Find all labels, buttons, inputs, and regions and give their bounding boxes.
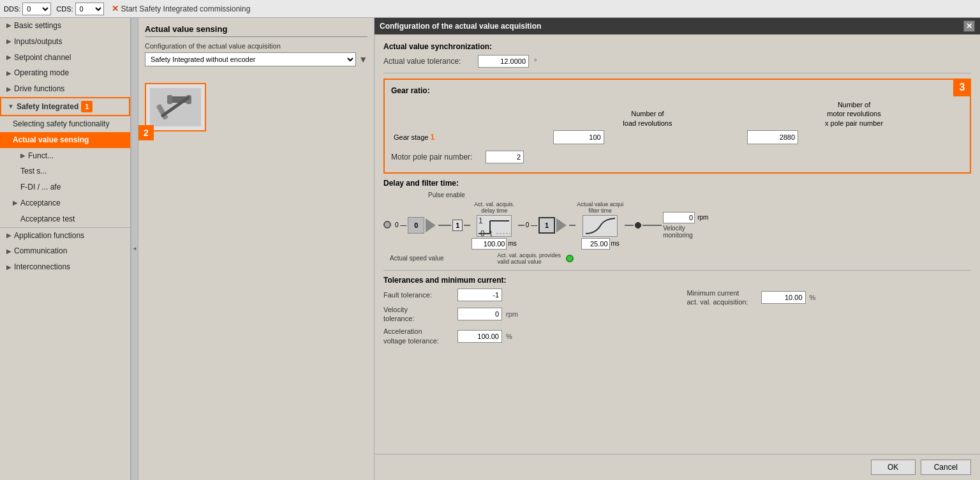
panel-resize-handle[interactable]: ◄: [131, 18, 138, 480]
filter-unit: ms: [611, 240, 620, 247]
speed-value-input[interactable]: [663, 212, 695, 223]
accel-unit: %: [506, 333, 512, 340]
line-h6: [642, 225, 662, 226]
merge-symbol: [426, 217, 437, 234]
sidebar-label: Inputs/outputs: [14, 36, 62, 47]
tol-right-col: Minimum currentact. val. acquisition: %: [687, 289, 972, 345]
selector-box: 1: [538, 217, 555, 234]
mux-box: 0: [408, 217, 424, 234]
sidebar-item-acceptance[interactable]: ▶ Acceptance: [0, 195, 130, 211]
dialog-titlebar: Configuration of the actual value acquis…: [375, 18, 980, 34]
accel-label: Accelerationvoltage tolerance:: [383, 327, 454, 345]
val-0-right: 0 —: [526, 221, 537, 229]
config-dropdown[interactable]: Safety Integrated without encoder: [145, 52, 356, 66]
dialog-close-button[interactable]: ✕: [963, 20, 975, 32]
min-current-unit: %: [810, 294, 816, 301]
sidebar-item-basic-settings[interactable]: ▶ Basic settings: [0, 18, 130, 34]
pole-input[interactable]: [486, 151, 524, 163]
velocity-row: Velocitytolerance: rpm: [383, 305, 668, 324]
arrow-icon: ▶: [13, 199, 18, 207]
sync-section-title: Actual value synchronization:: [383, 42, 971, 51]
center-panel-title: Actual value sensing: [145, 24, 368, 37]
delay-diagram: Pulse enable 0 — 0: [383, 191, 971, 265]
merge-symbol2: [556, 217, 568, 234]
pulse-enable-label: Pulse enable: [428, 191, 465, 199]
signal-chain: 0 — 0 1 Act. val. acquis.del: [383, 201, 971, 250]
toolbar: DDS: 0 CDS: 0 ✕ Start Safety Integrated …: [0, 0, 980, 18]
sidebar-item-fdi[interactable]: F-DI / ... afe: [0, 179, 130, 195]
gear-motor-input[interactable]: [747, 130, 798, 144]
ok-button[interactable]: OK: [871, 460, 916, 475]
velocity-input[interactable]: [457, 308, 502, 320]
sidebar-label: Operating mode: [14, 68, 69, 79]
tolerance-input[interactable]: [478, 55, 529, 68]
sidebar-item-operating-mode[interactable]: ▶ Operating mode: [0, 65, 130, 81]
accel-input[interactable]: [457, 330, 502, 343]
gear-stage-row: Gear stage 1: [391, 129, 963, 146]
sidebar-item-setpoint-channel[interactable]: ▶ Setpoint channel: [0, 50, 130, 66]
dds-label: DDS:: [4, 5, 20, 13]
filter-value-input[interactable]: [581, 238, 610, 250]
tolerance-unit: °: [534, 57, 537, 65]
sidebar-item-funct[interactable]: ▶ Funct...: [0, 148, 130, 164]
min-current-row: Minimum currentact. val. acquisition: %: [687, 289, 972, 307]
sidebar-item-drive-functions[interactable]: ▶ Drive functions: [0, 81, 130, 97]
fault-label: Fault tolerance:: [383, 290, 454, 299]
sidebar-label: Test s...: [20, 166, 47, 177]
cds-select[interactable]: 0: [75, 3, 104, 15]
arrow-icon: ▶: [6, 69, 11, 78]
line-h3: [518, 225, 524, 226]
delay-waveform: 0 1 t: [477, 215, 512, 237]
main-layout: ▶ Basic settings ▶ Inputs/outputs ▶ Setp…: [0, 18, 980, 480]
sidebar-item-interconnections[interactable]: ▶ Interconnections: [0, 259, 130, 275]
start-commissioning-button[interactable]: ✕ Start Safety Integrated commissioning: [109, 3, 253, 15]
gear-col-load: Number ofload revolutions: [551, 99, 745, 129]
arrow-icon: ▶: [6, 263, 11, 272]
velocity-unit: rpm: [506, 310, 518, 318]
speed-unit: rpm: [697, 214, 708, 221]
filter-input-row: ms: [581, 238, 620, 250]
arrow-icon: ▶: [6, 231, 11, 240]
speed-dot: [635, 222, 641, 229]
sidebar-item-test[interactable]: Test s...: [0, 163, 130, 179]
filter-label: Actual value acquifilter time: [577, 201, 623, 214]
arrow-icon: ▶: [6, 85, 11, 94]
dropdown-arrow-icon: ▼: [359, 54, 368, 64]
fault-input[interactable]: [457, 289, 502, 301]
sidebar-item-application-functions[interactable]: ▶ Application functions: [0, 227, 130, 244]
sidebar-label: F-DI / ... afe: [20, 182, 61, 193]
dds-select[interactable]: 0: [22, 3, 51, 15]
filter-curve: [583, 215, 618, 237]
sidebar-item-communication[interactable]: ▶ Communication: [0, 243, 130, 259]
sidebar-label: Acceptance test: [20, 214, 75, 225]
sidebar-item-acceptance-test[interactable]: Acceptance test: [0, 211, 130, 227]
cancel-button[interactable]: Cancel: [921, 460, 971, 475]
filter-group: Actual value acquifilter time ms: [577, 201, 623, 250]
line-h1: [438, 225, 451, 226]
sidebar-item-actual-value-sensing[interactable]: Actual value sensing: [0, 132, 130, 148]
delay-group: Act. val. acquis.delay time 0 1 t: [471, 201, 516, 250]
cds-label: CDS:: [56, 5, 73, 13]
gear-stage-number: 1: [430, 133, 434, 142]
actual-speed-label: Actual speed value: [390, 255, 444, 262]
gear-val2-cell: [745, 129, 963, 146]
sidebar-label: Application functions: [14, 230, 84, 241]
delay-section-title: Delay and filter time:: [383, 179, 971, 188]
wrench-icon: [153, 91, 198, 123]
speed-row: rpm: [663, 212, 708, 223]
sidebar-item-inputs-outputs[interactable]: ▶ Inputs/outputs: [0, 34, 130, 50]
val-0-left: 0 —: [395, 221, 406, 229]
delay-value-input[interactable]: [471, 238, 507, 250]
sidebar-label: Drive functions: [14, 84, 64, 94]
sidebar-label: Selecting safety functionality: [13, 119, 109, 130]
pulse-label-row: Pulse enable: [383, 191, 971, 199]
sidebar-item-selecting-safety[interactable]: Selecting safety functionality: [0, 116, 130, 132]
arrow-icon: ▶: [6, 37, 11, 46]
gear-load-input[interactable]: [553, 130, 604, 144]
config-image[interactable]: [145, 83, 206, 131]
delay-unit: ms: [508, 240, 516, 247]
sidebar-item-safety-integrated[interactable]: ▼ Safety Integrated 1: [0, 97, 130, 116]
min-current-input[interactable]: [761, 291, 806, 304]
tolerances-grid: Fault tolerance: Velocitytolerance: rpm …: [383, 289, 971, 345]
sidebar-label: Safety Integrated: [17, 102, 78, 111]
